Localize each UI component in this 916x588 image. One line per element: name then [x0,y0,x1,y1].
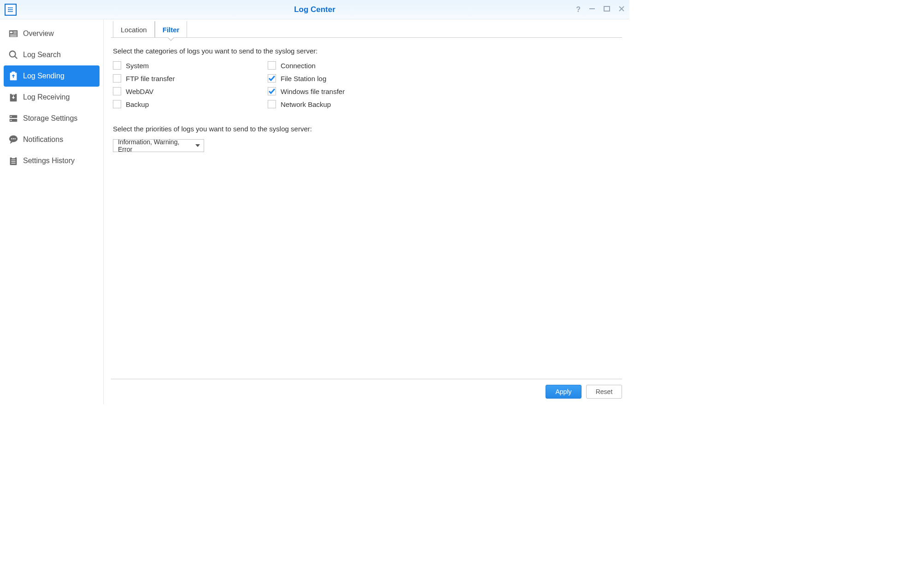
svg-rect-8 [604,6,610,11]
storage-icon [8,113,18,123]
checkbox-label: Backup [126,100,149,108]
svg-rect-20 [12,72,15,74]
tab-filter[interactable]: Filter [155,21,188,37]
footer: Apply Reset [111,379,622,404]
checkbox-label: System [126,62,149,70]
sidebar-item-label: Log Receiving [23,93,70,101]
sidebar-item-label: Storage Settings [23,114,77,123]
checkbox-icon [113,87,121,95]
checkbox-label: File Station log [281,75,326,82]
checkbox-system[interactable]: System [113,61,265,70]
svg-point-30 [14,138,15,139]
checkbox-network-backup[interactable]: Network Backup [268,100,420,108]
tabs: Location Filter [111,21,622,38]
main-panel: Location Filter Select the categories of… [104,19,629,404]
svg-rect-12 [10,31,13,33]
svg-rect-14 [13,33,17,33]
sidebar-item-notifications[interactable]: Notifications [4,129,100,150]
svg-rect-26 [11,120,12,121]
sidebar-item-label: Log Search [23,51,61,59]
svg-point-6 [8,11,9,12]
svg-rect-35 [11,163,15,164]
sidebar: Overview Log Search Log Sending Log Rece… [0,19,104,404]
sidebar-item-log-sending[interactable]: Log Sending [4,65,100,87]
button-label: Reset [596,388,613,395]
sidebar-item-label: Notifications [23,135,63,144]
svg-rect-22 [12,93,15,95]
tab-label: Location [121,26,147,34]
checkbox-windows-ft[interactable]: Windows file transfer [268,87,420,95]
clipboard-up-icon [8,71,18,81]
priority-dropdown[interactable]: Information, Warning, Error [113,139,204,152]
clipboard-icon [8,156,18,166]
minimize-button[interactable] [589,6,595,14]
chat-icon [8,135,18,145]
checkbox-ftp[interactable]: FTP file transfer [113,74,265,82]
svg-rect-34 [11,161,15,162]
dropdown-value: Information, Warning, Error [118,138,195,153]
checkbox-icon [268,87,276,95]
sidebar-item-label: Settings History [23,157,75,165]
app-icon [5,4,17,16]
svg-point-28 [11,138,12,139]
checkbox-label: Connection [281,62,316,70]
window-title: Log Center [294,5,335,14]
svg-line-18 [15,56,18,59]
checkbox-label: WebDAV [126,88,153,95]
svg-rect-33 [11,159,15,160]
checkbox-connection[interactable]: Connection [268,61,420,70]
chevron-down-icon [195,144,200,147]
checkbox-label: FTP file transfer [126,75,175,82]
sidebar-item-storage-settings[interactable]: Storage Settings [4,108,100,129]
sidebar-item-log-search[interactable]: Log Search [4,44,100,65]
checkbox-icon [113,74,121,82]
reset-button[interactable]: Reset [586,385,622,399]
maximize-button[interactable] [604,6,610,14]
svg-rect-25 [11,116,12,117]
sidebar-item-settings-history[interactable]: Settings History [4,150,100,171]
svg-rect-32 [12,157,15,159]
sidebar-item-overview[interactable]: Overview [4,23,100,44]
checkbox-webdav[interactable]: WebDAV [113,87,265,95]
close-button[interactable] [618,6,625,14]
svg-rect-16 [10,36,17,36]
svg-rect-31 [10,158,17,165]
checkbox-backup[interactable]: Backup [113,100,265,108]
sidebar-item-log-receiving[interactable]: Log Receiving [4,87,100,108]
svg-point-29 [13,138,14,139]
checkbox-label: Network Backup [281,100,331,108]
category-grid: System Connection FTP file transfer File… [113,61,620,108]
clipboard-down-icon [8,92,18,102]
priorities-label: Select the priorities of logs you want t… [113,125,620,133]
categories-label: Select the categories of logs you want t… [113,47,620,55]
search-icon [8,50,18,60]
checkbox-icon [113,61,121,70]
button-label: Apply [555,388,571,395]
svg-rect-13 [13,31,17,32]
titlebar: Log Center ? [0,0,629,19]
svg-rect-15 [10,35,17,35]
sidebar-item-label: Log Sending [23,72,65,80]
overview-icon [8,29,18,39]
sidebar-item-label: Overview [23,29,54,38]
tab-location[interactable]: Location [113,21,155,37]
checkbox-icon [268,61,276,70]
svg-point-17 [10,51,16,57]
apply-button[interactable]: Apply [546,385,581,399]
checkbox-icon [113,100,121,108]
help-icon[interactable]: ? [576,6,581,14]
svg-point-5 [8,9,9,10]
content: Select the categories of logs you want t… [111,38,622,379]
checkbox-icon [268,74,276,82]
checkbox-icon [268,100,276,108]
svg-point-4 [8,7,9,8]
checkbox-file-station[interactable]: File Station log [268,74,420,82]
tab-label: Filter [163,26,180,34]
checkbox-label: Windows file transfer [281,88,345,95]
